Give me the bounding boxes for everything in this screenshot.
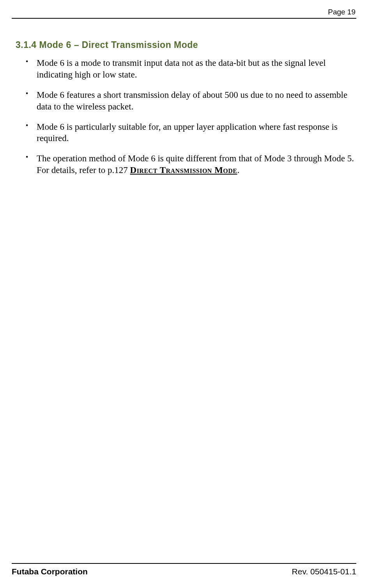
page-container: Page 19 3.1.4 Mode 6 – Direct Transmissi… [0,0,368,588]
list-item: Mode 6 features a short transmission del… [26,89,356,113]
header-rule [12,18,356,19]
list-item: Mode 6 is particularly suitable for, an … [26,121,356,145]
footer-area: Futaba Corporation Rev. 050415-01.1 [12,563,356,576]
content-area: 3.1.4 Mode 6 – Direct Transmission Mode … [12,19,356,563]
bullet4-suffix: . [237,165,240,175]
header-area: Page 19 [12,8,356,19]
list-item: The operation method of Mode 6 is quite … [26,153,356,176]
section-heading: 3.1.4 Mode 6 – Direct Transmission Mode [16,40,356,50]
direct-transmission-mode-link[interactable]: Direct Transmission Mode [130,165,237,175]
footer-company: Futaba Corporation [12,567,88,576]
page-number: Page 19 [328,8,356,16]
list-item: Mode 6 is a mode to transmit input data … [26,57,356,81]
footer-revision: Rev. 050415-01.1 [292,567,356,576]
bullet-list: Mode 6 is a mode to transmit input data … [12,57,356,176]
header-row: Page 19 [12,8,356,18]
